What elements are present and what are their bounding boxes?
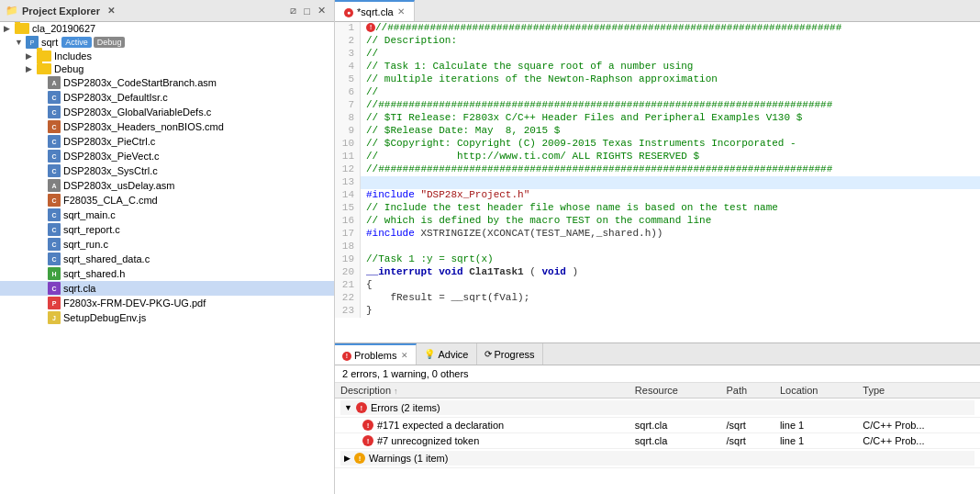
tree-item-sqrt-run[interactable]: C sqrt_run.c xyxy=(0,237,334,252)
tree-item-js[interactable]: J SetupDebugEnv.js xyxy=(0,310,334,325)
tree-item-label: F28035_CLA_C.cmd xyxy=(63,195,158,206)
arrow-icon: ▶ xyxy=(26,64,37,73)
tree-item-label: DSP2803x_CodeStartBranch.asm xyxy=(63,77,217,88)
error-path-2: /sqrt xyxy=(720,433,774,449)
tab-progress-label: Progress xyxy=(495,349,535,360)
tree-item-pievect[interactable]: C DSP2803x_PieVect.c xyxy=(0,149,334,163)
tree-item-sqrt-shared-data[interactable]: C sqrt_shared_data.c xyxy=(0,252,334,266)
tree-item-sqrt[interactable]: ▼ P sqrt Active Debug xyxy=(0,35,334,50)
code-line: 21 { xyxy=(335,279,980,292)
tab-problems[interactable]: ! Problems ✕ xyxy=(335,343,417,365)
tree-item-label: F2803x-FRM-DEV-PKG-UG.pdf xyxy=(63,298,206,309)
tree-item-pdf[interactable]: P F2803x-FRM-DEV-PKG-UG.pdf xyxy=(0,296,334,310)
col-location[interactable]: Location xyxy=(774,383,857,399)
col-path[interactable]: Path xyxy=(720,383,774,399)
code-line: 23 } xyxy=(335,305,980,318)
h-file-icon: H xyxy=(48,267,61,280)
tree-item-label: DSP2803x_usDelay.asm xyxy=(63,180,174,191)
editor-tabs: ● *sqrt.cla ✕ xyxy=(335,0,980,22)
error-icon-2: ! xyxy=(362,435,373,446)
c-file-icon: C xyxy=(48,253,61,265)
tree-item-headers[interactable]: C DSP2803x_Headers_nonBIOS.cmd xyxy=(0,119,334,134)
close-problems-icon[interactable]: ✕ xyxy=(401,351,408,360)
error-type-2: C/C++ Prob... xyxy=(857,433,980,449)
close-button[interactable]: ✕ xyxy=(315,4,329,17)
tree-item-sqrt-shared-h[interactable]: H sqrt_shared.h xyxy=(0,266,334,281)
tree-item-label: DSP2803x_GlobalVariableDefs.c xyxy=(63,107,211,118)
c-file-icon: C xyxy=(48,135,61,148)
project-icon: P xyxy=(26,36,39,49)
code-line: 7 //####################################… xyxy=(335,99,980,112)
c-file-icon: C xyxy=(48,106,61,118)
tree-item-label: sqrt_main.c xyxy=(63,209,116,220)
problems-table-header: Description ↑ Resource Path Location Typ… xyxy=(335,383,980,399)
code-line: 15 // Include the test header file whose… xyxy=(335,202,980,215)
tree-item-label: sqrt_run.c xyxy=(63,239,108,250)
tree-item-debug[interactable]: ▶ Debug xyxy=(0,62,334,75)
code-line: 5 // multiple iterations of the Newton-R… xyxy=(335,73,980,86)
error-path-1: /sqrt xyxy=(720,418,774,433)
code-line: 12 //###################################… xyxy=(335,163,980,176)
tree-item-defaultisr[interactable]: C DSP2803x_DefaultIsr.c xyxy=(0,90,334,105)
sort-arrow-icon: ↑ xyxy=(394,387,398,396)
cla-file-icon: C xyxy=(48,282,61,295)
close-tab-icon[interactable]: ✕ xyxy=(107,6,115,16)
editor-content[interactable]: 1 !//###################################… xyxy=(335,22,980,342)
debug-badge: Debug xyxy=(94,37,126,48)
col-type[interactable]: Type xyxy=(857,383,980,399)
arrow-icon: ▶ xyxy=(26,51,37,61)
code-line: 22 fResult = __sqrt(fVal); xyxy=(335,292,980,305)
warnings-group-icon: ! xyxy=(354,453,365,464)
c-file-icon: C xyxy=(48,223,61,236)
error-row-2[interactable]: ! #7 unrecognized token sqrt.cla /sqrt l… xyxy=(335,433,980,449)
tab-close-icon[interactable]: ✕ xyxy=(397,6,405,17)
tree-item-label: DSP2803x_PieCtrl.c xyxy=(63,136,155,147)
error-marker: ● xyxy=(344,6,353,17)
warnings-group-row[interactable]: ▶ ! Warnings (1 item) xyxy=(335,449,980,468)
folder-icon xyxy=(37,63,51,74)
code-line: 10 // $Copyright: Copyright (C) 2009-201… xyxy=(335,138,980,151)
tree-item-codestart[interactable]: A DSP2803x_CodeStartBranch.asm xyxy=(0,75,334,90)
problems-table: Description ↑ Resource Path Location Typ… xyxy=(335,383,980,468)
progress-icon: ⟳ xyxy=(484,349,492,359)
error-location-1: line 1 xyxy=(774,418,857,433)
bottom-panel: ! Problems ✕ 💡 Advice ⟳ Progress 2 error… xyxy=(335,342,980,494)
tree-item-includes[interactable]: ▶ Includes xyxy=(0,50,334,62)
tab-label: *sqrt.cla xyxy=(357,6,394,17)
errors-group-row[interactable]: ▼ ! Errors (2 items) xyxy=(335,399,980,418)
tree-item-sysctrl[interactable]: C DSP2803x_SysCtrl.c xyxy=(0,163,334,178)
error-row-1[interactable]: ! #171 expected a declaration sqrt.cla /… xyxy=(335,418,980,433)
editor-panel: ● *sqrt.cla ✕ 1 !//#####################… xyxy=(335,0,980,342)
tree-item-label: DSP2803x_SysCtrl.c xyxy=(63,165,158,176)
code-line: 17 #include XSTRINGIZE(XCONCAT(TEST_NAME… xyxy=(335,228,980,241)
maximize-button[interactable]: □ xyxy=(301,4,313,17)
tab-advice[interactable]: 💡 Advice xyxy=(417,343,476,365)
tree-item-root[interactable]: ▶ cla_20190627 xyxy=(0,22,334,35)
errors-group-label: Errors (2 items) xyxy=(371,402,440,413)
active-badge: Active xyxy=(61,37,92,48)
minimize-button[interactable]: ⧄ xyxy=(287,4,299,17)
cmd-file-icon: C xyxy=(48,194,61,207)
tree-item-usdelay[interactable]: A DSP2803x_usDelay.asm xyxy=(0,178,334,193)
col-resource[interactable]: Resource xyxy=(629,383,721,399)
tree-item-sqrt-main[interactable]: C sqrt_main.c xyxy=(0,208,334,222)
col-description[interactable]: Description ↑ xyxy=(335,383,629,399)
editor-tab-sqrt-cla[interactable]: ● *sqrt.cla ✕ xyxy=(335,0,415,21)
tree-item-sqrt-cla[interactable]: C sqrt.cla xyxy=(0,281,334,296)
tree-item-globalvars[interactable]: C DSP2803x_GlobalVariableDefs.c xyxy=(0,105,334,119)
tree-item-piectrl[interactable]: C DSP2803x_PieCtrl.c xyxy=(0,134,334,149)
warnings-group-label: Warnings (1 item) xyxy=(369,453,448,464)
tree-item-label: sqrt_shared.h xyxy=(63,268,125,279)
tree-item-f28035[interactable]: C F28035_CLA_C.cmd xyxy=(0,193,334,208)
tree-item-label: Includes xyxy=(54,51,92,62)
tab-progress[interactable]: ⟳ Progress xyxy=(477,343,543,365)
tree-item-sqrt-report[interactable]: C sqrt_report.c xyxy=(0,222,334,237)
cmd-file-icon: C xyxy=(48,120,61,133)
code-line: 1 !//###################################… xyxy=(335,22,980,35)
code-line: 8 // $TI Release: F2803x C/C++ Header Fi… xyxy=(335,112,980,125)
tab-problems-label: Problems xyxy=(354,350,396,361)
tree-item-label: sqrt xyxy=(41,37,58,48)
code-line: 11 // http://www.ti.com/ ALL RIGHTS RESE… xyxy=(335,151,980,163)
asm-file-icon: A xyxy=(48,179,61,192)
problems-summary: 2 errors, 1 warning, 0 others xyxy=(335,365,980,383)
